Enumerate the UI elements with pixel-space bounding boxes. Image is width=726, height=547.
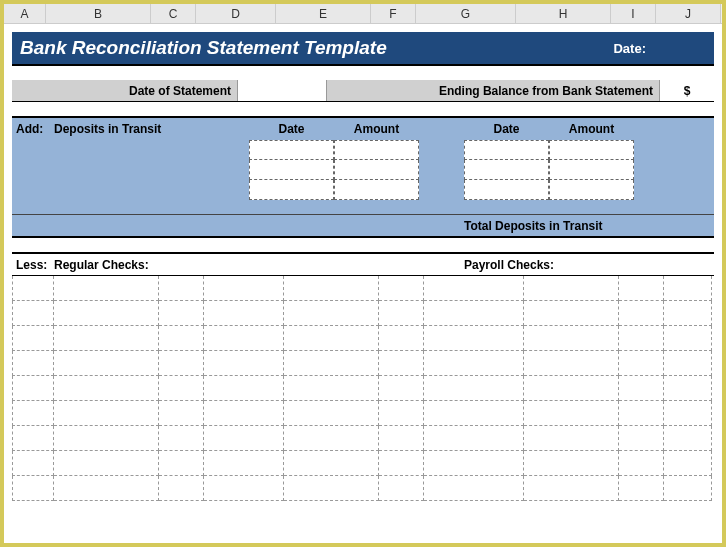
grid-cell[interactable]: [379, 451, 424, 476]
grid-cell[interactable]: [204, 376, 284, 401]
grid-cell[interactable]: [54, 426, 159, 451]
grid-cell[interactable]: [379, 351, 424, 376]
deposit-amount-cell[interactable]: [334, 140, 419, 160]
grid-cell[interactable]: [664, 476, 712, 501]
col-header-A[interactable]: A: [4, 4, 46, 23]
grid-cell[interactable]: [379, 476, 424, 501]
grid-cell[interactable]: [619, 301, 664, 326]
deposit-date-cell[interactable]: [464, 180, 549, 200]
grid-cell[interactable]: [54, 276, 159, 301]
grid-cell[interactable]: [159, 301, 204, 326]
grid-cell[interactable]: [424, 326, 524, 351]
col-header-B[interactable]: B: [46, 4, 151, 23]
grid-cell[interactable]: [159, 326, 204, 351]
grid-cell[interactable]: [204, 276, 284, 301]
date-of-statement-input[interactable]: [237, 80, 327, 101]
grid-cell[interactable]: [619, 351, 664, 376]
grid-cell[interactable]: [379, 426, 424, 451]
grid-cell[interactable]: [664, 426, 712, 451]
grid-cell[interactable]: [54, 326, 159, 351]
grid-cell[interactable]: [619, 451, 664, 476]
grid-cell[interactable]: [524, 326, 619, 351]
deposit-amount-cell[interactable]: [549, 180, 634, 200]
grid-cell[interactable]: [619, 476, 664, 501]
grid-cell[interactable]: [54, 376, 159, 401]
deposit-date-cell[interactable]: [249, 180, 334, 200]
col-header-H[interactable]: H: [516, 4, 611, 23]
deposit-date-cell[interactable]: [249, 160, 334, 180]
grid-cell[interactable]: [619, 326, 664, 351]
col-header-D[interactable]: D: [196, 4, 276, 23]
grid-cell[interactable]: [664, 401, 712, 426]
grid-cell[interactable]: [524, 351, 619, 376]
deposit-amount-cell[interactable]: [334, 180, 419, 200]
grid-cell[interactable]: [284, 401, 379, 426]
col-header-F[interactable]: F: [371, 4, 416, 23]
grid-cell[interactable]: [54, 451, 159, 476]
grid-cell[interactable]: [204, 426, 284, 451]
grid-cell[interactable]: [284, 476, 379, 501]
grid-cell[interactable]: [664, 376, 712, 401]
col-header-G[interactable]: G: [416, 4, 516, 23]
col-header-C[interactable]: C: [151, 4, 196, 23]
grid-cell[interactable]: [619, 276, 664, 301]
grid-cell[interactable]: [12, 351, 54, 376]
grid-cell[interactable]: [284, 426, 379, 451]
grid-cell[interactable]: [379, 401, 424, 426]
grid-cell[interactable]: [12, 426, 54, 451]
ending-balance-dollar[interactable]: $: [659, 80, 714, 101]
grid-cell[interactable]: [54, 476, 159, 501]
col-header-I[interactable]: I: [611, 4, 656, 23]
grid-cell[interactable]: [424, 451, 524, 476]
grid-cell[interactable]: [424, 426, 524, 451]
grid-cell[interactable]: [619, 401, 664, 426]
grid-cell[interactable]: [12, 476, 54, 501]
grid-cell[interactable]: [379, 301, 424, 326]
grid-cell[interactable]: [524, 376, 619, 401]
grid-cell[interactable]: [204, 301, 284, 326]
deposit-date-cell[interactable]: [464, 160, 549, 180]
grid-cell[interactable]: [54, 301, 159, 326]
grid-cell[interactable]: [664, 451, 712, 476]
grid-cell[interactable]: [524, 401, 619, 426]
grid-cell[interactable]: [284, 376, 379, 401]
grid-cell[interactable]: [159, 401, 204, 426]
grid-cell[interactable]: [424, 301, 524, 326]
grid-cell[interactable]: [424, 276, 524, 301]
grid-cell[interactable]: [284, 326, 379, 351]
grid-cell[interactable]: [284, 451, 379, 476]
grid-cell[interactable]: [379, 376, 424, 401]
grid-cell[interactable]: [204, 451, 284, 476]
deposit-amount-cell[interactable]: [549, 140, 634, 160]
grid-cell[interactable]: [54, 351, 159, 376]
grid-cell[interactable]: [524, 301, 619, 326]
deposit-amount-cell[interactable]: [334, 160, 419, 180]
grid-cell[interactable]: [159, 451, 204, 476]
grid-cell[interactable]: [379, 326, 424, 351]
grid-cell[interactable]: [159, 351, 204, 376]
grid-cell[interactable]: [204, 326, 284, 351]
grid-cell[interactable]: [524, 276, 619, 301]
grid-cell[interactable]: [12, 326, 54, 351]
grid-cell[interactable]: [204, 476, 284, 501]
grid-cell[interactable]: [619, 376, 664, 401]
grid-cell[interactable]: [284, 351, 379, 376]
grid-cell[interactable]: [664, 326, 712, 351]
grid-cell[interactable]: [159, 476, 204, 501]
grid-cell[interactable]: [619, 426, 664, 451]
deposit-date-cell[interactable]: [464, 140, 549, 160]
grid-cell[interactable]: [159, 276, 204, 301]
grid-cell[interactable]: [424, 351, 524, 376]
grid-cell[interactable]: [12, 301, 54, 326]
grid-cell[interactable]: [12, 276, 54, 301]
grid-cell[interactable]: [379, 276, 424, 301]
grid-cell[interactable]: [204, 351, 284, 376]
grid-cell[interactable]: [204, 401, 284, 426]
deposit-date-cell[interactable]: [249, 140, 334, 160]
grid-cell[interactable]: [159, 426, 204, 451]
grid-cell[interactable]: [524, 451, 619, 476]
grid-cell[interactable]: [159, 376, 204, 401]
grid-cell[interactable]: [664, 301, 712, 326]
col-header-E[interactable]: E: [276, 4, 371, 23]
grid-cell[interactable]: [664, 351, 712, 376]
